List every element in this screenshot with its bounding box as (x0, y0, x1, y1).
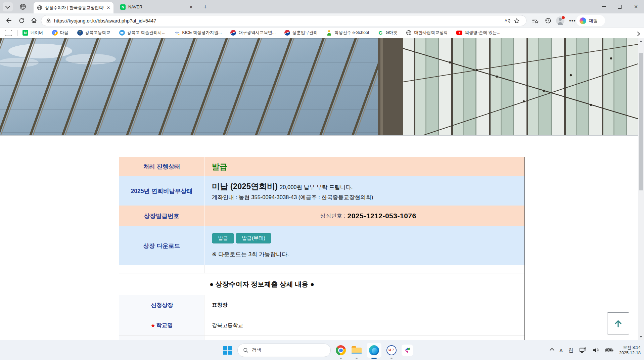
pinned-tab-globe[interactable] (19, 3, 26, 10)
profile-avatar[interactable] (556, 16, 564, 25)
favorite-star-button[interactable] (512, 16, 521, 26)
bookmark-label: 대한사립학교장회 (414, 30, 448, 36)
window-controls: ✕ (596, 0, 644, 13)
bookmark-daegu-edu[interactable]: 대구광역시교육연... (230, 30, 275, 36)
folder-icon (352, 346, 362, 354)
search-icon (243, 348, 248, 353)
bookmark-label: 상훈업무관리 (292, 30, 318, 36)
bookmark-kice[interactable]: ☆KICE 학생평가지원... (174, 30, 222, 36)
history-clock-icon (545, 17, 551, 24)
taskbar-file-explorer[interactable] (351, 345, 362, 356)
copilot-label: 채팅 (589, 18, 598, 24)
tray-time: 오전 8:14 (619, 345, 641, 350)
scrollbar-up-arrow[interactable] (640, 40, 642, 42)
bookmark-eschool[interactable]: 학생선수 e-School (326, 30, 369, 36)
taskbar-chrome[interactable] (335, 345, 347, 356)
ime-latin-indicator[interactable]: A (559, 348, 563, 353)
star-icon (514, 18, 520, 24)
taskbar-search[interactable]: 검색 (237, 344, 331, 357)
new-tab-button[interactable]: + (201, 3, 210, 11)
running-indicator (390, 358, 393, 359)
bookmark-private-school[interactable]: 대한사립학교장회 (406, 30, 448, 36)
ime-korean-indicator[interactable]: 한 (568, 347, 573, 354)
history-button[interactable] (543, 16, 553, 26)
tab-active[interactable]: 상장수여자 | 한국중등교장협의회 ✕ (34, 2, 113, 13)
tab-title: NAVER (128, 5, 187, 9)
table-spacer-row (119, 265, 524, 273)
battery-tray[interactable] (605, 348, 613, 353)
bookmark-gmarket[interactable]: GG마켓 (378, 30, 398, 36)
bookmark-school[interactable]: ⛉강북고등학교 (77, 30, 110, 36)
tray-clock[interactable]: 오전 8:14 2025-12-18 (619, 345, 641, 356)
active-indicator (371, 358, 377, 359)
building-banner-image (0, 38, 644, 136)
read-aloud-icon: A (504, 18, 511, 24)
scroll-to-top-button[interactable] (607, 312, 629, 334)
address-bar[interactable]: https://kyojang.or.kr/bbs/award.php?al_i… (41, 15, 526, 26)
home-button[interactable] (29, 15, 39, 26)
daum-icon: D (52, 30, 58, 36)
download-note: ※ 다운로드는 3회 가능합니다. (212, 251, 524, 258)
k-app-icon (402, 345, 413, 356)
lock-icon (46, 18, 51, 24)
favorites-bar-button[interactable] (531, 16, 540, 26)
tab-search-button[interactable] (3, 2, 13, 11)
refresh-button[interactable] (16, 15, 27, 26)
issue-button[interactable]: 발급 (212, 233, 234, 243)
taskbar-daegu-app[interactable]: 대구 (386, 345, 397, 356)
start-button[interactable] (222, 345, 233, 356)
issue-borderless-button[interactable]: 발급(무테) (236, 233, 271, 243)
notification-dot (561, 16, 565, 19)
globe-icon (19, 3, 26, 10)
table-row-download: 상장 다운로드 발급 발급(무테) ※ 다운로드는 3회 가능합니다. (119, 226, 524, 265)
scrollbar-down-arrow[interactable] (640, 336, 642, 338)
required-star: ★ (150, 322, 155, 329)
toolbar-actions: ••• (531, 15, 577, 26)
bookmarks-bar: N네이버 D다음 ⛉강북고등학교 강북고 학습관리시... ☆KICE 학생평가… (0, 28, 644, 38)
speaker-icon (592, 347, 600, 353)
hidden-icons-button[interactable] (550, 347, 554, 353)
settings-more-button[interactable]: ••• (568, 16, 577, 26)
close-icon: ✕ (634, 4, 638, 9)
url-text[interactable]: https://kyojang.or.kr/bbs/award.php?al_i… (54, 18, 503, 24)
display-device-tray[interactable] (579, 347, 587, 354)
bookmark-lms[interactable]: 강북고 학습관리시... (119, 30, 166, 36)
bookmark-label: 강북고 학습관리시... (127, 30, 166, 36)
avatar-body (558, 22, 563, 25)
bookmark-daum[interactable]: D다음 (52, 30, 68, 36)
fee-request: 20,000원 납부 부탁 드립니다. (280, 184, 353, 190)
bookmark-sanghun[interactable]: 상훈업무관리 (284, 30, 318, 36)
plus-icon: + (203, 3, 207, 11)
svg-text:A: A (504, 18, 507, 23)
copilot-chat-button[interactable]: 채팅 (576, 15, 605, 26)
scrollbar-thumb[interactable] (639, 53, 643, 190)
running-indicator (340, 358, 342, 359)
sidebar-panel-icon[interactable] (5, 30, 12, 36)
back-button[interactable] (3, 15, 14, 26)
taskbar-k-app[interactable] (402, 345, 413, 356)
table-row-partial (119, 336, 524, 340)
close-tab-icon[interactable]: ✕ (107, 6, 110, 10)
bookmark-label: 의생명-손에 있는... (465, 30, 500, 36)
volume-tray[interactable] (592, 347, 600, 353)
bookmark-label: 강북고등학교 (85, 30, 110, 36)
close-tab-icon[interactable]: ✕ (189, 5, 193, 9)
bookmark-biomed[interactable]: 의생명-손에 있는... (456, 30, 500, 36)
screen: 상장수여자 | 한국중등교장협의회 ✕ N NAVER ✕ + ✕ https:… (0, 0, 644, 360)
maximize-button[interactable] (612, 0, 628, 13)
tab-title: 상장수여자 | 한국중등교장협의회 (45, 5, 104, 11)
person-icon (326, 30, 332, 36)
vertical-scrollbar[interactable] (638, 38, 644, 340)
close-button[interactable]: ✕ (628, 0, 644, 13)
tab-naver[interactable]: N NAVER ✕ (117, 2, 196, 12)
status-value: 발급 (212, 162, 524, 172)
minimize-button[interactable] (596, 0, 612, 13)
read-aloud-button[interactable]: A (503, 16, 512, 26)
bookmark-naver[interactable]: N네이버 (22, 30, 43, 36)
bookmark-label: KICE 학생평가지원... (182, 30, 222, 36)
lms-icon (119, 30, 125, 36)
divider (17, 30, 18, 36)
bookmarks-overflow-button[interactable] (636, 31, 639, 37)
taskbar-edge-active[interactable] (367, 343, 381, 358)
fee-line1: 미납 (2025연회비)20,000원 납부 부탁 드립니다. (212, 181, 524, 192)
